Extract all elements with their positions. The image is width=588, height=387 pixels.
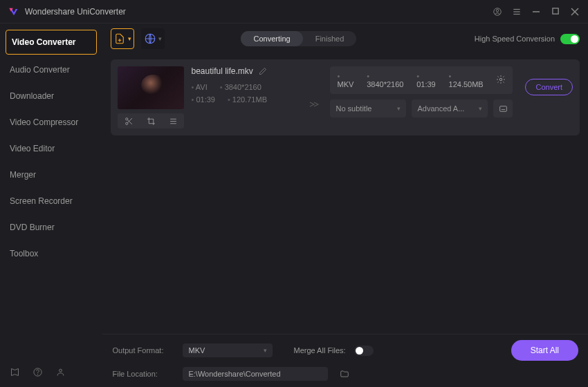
status-tabs: Converting Finished — [241, 31, 356, 46]
bottom-bar: Output Format: MKV▾ Merge All Files: Sta… — [102, 334, 588, 387]
app-title: Wondershare UniConverter — [25, 7, 493, 17]
edit-name-icon[interactable] — [259, 67, 267, 75]
maximize-icon[interactable] — [551, 7, 560, 17]
subtitle-select[interactable]: No subtitle▾ — [330, 100, 406, 117]
crop-icon[interactable] — [144, 116, 158, 126]
sidebar-item-dvd-burner[interactable]: DVD Burner — [0, 214, 102, 240]
file-name: beautiful life.mkv — [191, 66, 252, 76]
out-size: 124.50MB — [449, 72, 488, 88]
effects-icon[interactable] — [166, 116, 180, 126]
close-icon[interactable] — [570, 7, 580, 17]
app-logo-icon — [8, 6, 19, 17]
sidebar: Video Converter Audio Converter Download… — [0, 23, 102, 387]
book-icon[interactable] — [10, 367, 20, 377]
convert-button[interactable]: Convert — [525, 79, 573, 95]
file-list: beautiful life.mkv AVI 3840*2160 01:39 1… — [102, 54, 588, 334]
tab-finished[interactable]: Finished — [303, 31, 357, 46]
svg-rect-6 — [552, 8, 558, 14]
svg-point-10 — [37, 374, 38, 375]
subtitle-edit-icon[interactable] — [493, 100, 513, 117]
svg-rect-23 — [500, 106, 507, 111]
menu-icon[interactable] — [512, 7, 522, 17]
start-all-button[interactable]: Start All — [511, 340, 578, 361]
account-icon[interactable] — [493, 7, 502, 17]
hsc-label: High Speed Conversion — [475, 35, 555, 43]
video-thumbnail[interactable] — [118, 66, 184, 109]
arrow-icon — [305, 66, 323, 129]
merge-label: Merge All Files: — [293, 346, 345, 355]
file-location-label: File Location: — [112, 370, 174, 378]
sidebar-item-video-converter[interactable]: Video Converter — [6, 30, 97, 55]
sidebar-item-screen-recorder[interactable]: Screen Recorder — [0, 188, 102, 214]
help-icon[interactable] — [33, 367, 43, 377]
file-location-input[interactable]: E:\Wondershare\Converted — [183, 367, 328, 381]
out-resolution: 3840*2160 — [367, 72, 408, 88]
user-icon[interactable] — [55, 367, 66, 377]
sidebar-item-video-compressor[interactable]: Video Compressor — [0, 109, 102, 135]
gear-icon[interactable] — [496, 75, 506, 86]
toolbar: ▾ ▾ Converting Finished High Speed Conve… — [102, 23, 588, 54]
trim-icon[interactable] — [122, 116, 136, 126]
tab-converting[interactable]: Converting — [241, 31, 302, 46]
sidebar-item-merger[interactable]: Merger — [0, 162, 102, 188]
browse-folder-icon[interactable] — [336, 366, 353, 381]
out-duration: 01:39 — [416, 72, 440, 88]
svg-point-11 — [59, 369, 62, 372]
add-url-button[interactable]: ▾ — [141, 28, 165, 49]
sidebar-item-video-editor[interactable]: Video Editor — [0, 135, 102, 162]
in-duration: 01:39 — [191, 95, 214, 104]
out-format: MKV — [337, 72, 358, 88]
in-resolution: 3840*2160 — [220, 83, 261, 91]
titlebar: Wondershare UniConverter — [0, 0, 588, 23]
merge-toggle[interactable] — [354, 346, 374, 356]
sidebar-item-audio-converter[interactable]: Audio Converter — [0, 57, 102, 83]
minimize-icon[interactable] — [531, 7, 541, 17]
file-card: beautiful life.mkv AVI 3840*2160 01:39 1… — [111, 59, 580, 135]
sidebar-item-downloader[interactable]: Downloader — [0, 83, 102, 109]
in-format: AVI — [191, 83, 207, 91]
sidebar-item-toolbox[interactable]: Toolbox — [0, 240, 102, 267]
svg-point-22 — [500, 78, 503, 81]
audio-select[interactable]: Advanced A...▾ — [412, 100, 488, 117]
in-size: 120.71MB — [228, 95, 267, 104]
output-settings-bar: MKV 3840*2160 01:39 124.50MB — [330, 66, 513, 94]
output-format-label: Output Format: — [112, 346, 174, 355]
hsc-toggle[interactable] — [560, 34, 580, 44]
svg-point-1 — [496, 9, 499, 12]
add-file-button[interactable]: ▾ — [111, 28, 134, 49]
output-format-select[interactable]: MKV▾ — [183, 343, 273, 357]
